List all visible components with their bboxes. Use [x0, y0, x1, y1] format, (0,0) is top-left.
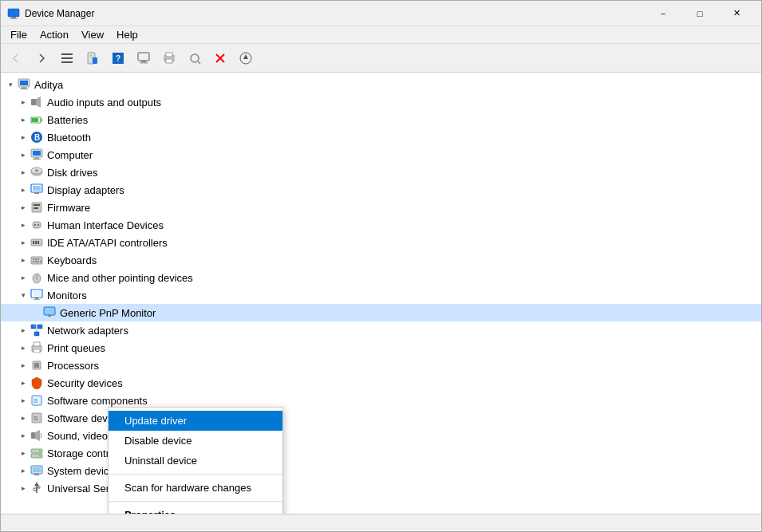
tree-item-firmware[interactable]: Firmware: [1, 199, 761, 216]
svg-point-48: [34, 224, 36, 226]
tree-item-generic_monitor[interactable]: Generic PnP Monitor: [1, 304, 761, 321]
tree-item-ide[interactable]: IDE ATA/ATAPI controllers: [1, 234, 761, 251]
context-menu-item-properties[interactable]: Properties: [109, 505, 282, 514]
toggle-display[interactable]: [17, 181, 30, 199]
tree-item-monitors[interactable]: Monitors: [1, 286, 761, 304]
svg-rect-56: [35, 258, 37, 260]
toggle-mice[interactable]: [17, 269, 30, 286]
tree-item-computer[interactable]: Computer: [1, 146, 761, 164]
back-button[interactable]: [4, 47, 28, 69]
title-bar: Device Manager − □ ✕: [1, 1, 761, 26]
toggle-sound[interactable]: [17, 427, 30, 444]
tree-item-processors[interactable]: Processors: [1, 357, 761, 374]
context-menu-item-update_driver[interactable]: Update driver: [109, 411, 282, 431]
icon-network: [30, 323, 44, 337]
tree-item-bluetooth[interactable]: BBluetooth: [1, 128, 761, 146]
tree-item-mice[interactable]: Mice and other pointing devices: [1, 269, 761, 286]
context-menu-item-disable_device[interactable]: Disable device: [109, 431, 282, 451]
context-menu-item-uninstall_device[interactable]: Uninstall device: [109, 451, 282, 471]
tree-item-network[interactable]: Network adapters: [1, 321, 761, 339]
remove-device-button[interactable]: [208, 47, 232, 69]
label-ide: IDE ATA/ATAPI controllers: [47, 237, 168, 249]
svg-rect-55: [33, 258, 34, 260]
svg-rect-59: [35, 261, 39, 262]
svg-rect-43: [34, 192, 39, 194]
svg-rect-71: [34, 332, 39, 336]
close-button[interactable]: ✕: [718, 1, 755, 26]
menu-help[interactable]: Help: [110, 26, 144, 44]
toggle-network[interactable]: [17, 321, 30, 339]
icon-sound: [30, 428, 44, 443]
properties-button[interactable]: ?: [81, 47, 105, 69]
tree-item-print[interactable]: Print queues: [1, 339, 761, 357]
toggle-monitors[interactable]: [17, 286, 30, 304]
view-button[interactable]: [55, 47, 79, 69]
menu-file[interactable]: File: [4, 26, 34, 44]
menu-action[interactable]: Action: [34, 26, 75, 44]
icon-computer: [30, 148, 44, 162]
print-button[interactable]: [157, 47, 181, 69]
label-aditya: Aditya: [34, 79, 63, 91]
network-view-button[interactable]: [132, 47, 156, 69]
toggle-processors[interactable]: [17, 357, 30, 374]
label-batteries: Batteries: [47, 114, 88, 126]
svg-marker-22: [243, 54, 248, 59]
toggle-ide[interactable]: [17, 234, 30, 251]
svg-point-88: [39, 455, 41, 457]
toggle-security[interactable]: [17, 374, 30, 392]
svg-rect-15: [166, 53, 172, 57]
icon-system: [30, 463, 44, 478]
svg-rect-5: [61, 61, 73, 63]
toggle-print[interactable]: [17, 339, 30, 357]
toggle-hid[interactable]: [17, 216, 30, 234]
scan-hardware-button[interactable]: [183, 47, 207, 69]
tree-item-security[interactable]: Security devices: [1, 374, 761, 392]
tree-item-keyboards[interactable]: Keyboards: [1, 251, 761, 269]
toggle-audio[interactable]: [17, 93, 30, 111]
toggle-computer[interactable]: [17, 146, 30, 164]
context-menu-item-scan_changes[interactable]: Scan for hardware changes: [109, 478, 282, 498]
svg-rect-90: [33, 467, 41, 472]
tree-item-aditya[interactable]: Aditya: [1, 76, 761, 93]
icon-print: [30, 341, 44, 355]
minimize-button[interactable]: −: [645, 1, 681, 26]
toggle-firmware[interactable]: [17, 199, 30, 216]
update-driver-button[interactable]: [234, 47, 258, 69]
menu-view[interactable]: View: [75, 26, 110, 44]
tree-item-batteries[interactable]: Batteries: [1, 111, 761, 128]
forward-button[interactable]: [30, 47, 53, 69]
svg-rect-68: [48, 315, 51, 317]
toolbar: ? ?: [1, 44, 761, 73]
icon-keyboards: [30, 253, 44, 267]
toggle-storage[interactable]: [17, 444, 30, 462]
label-security: Security devices: [47, 377, 123, 389]
help-icon-button[interactable]: ?: [106, 47, 130, 69]
svg-rect-91: [34, 474, 39, 475]
icon-software1: S: [30, 393, 44, 408]
svg-rect-57: [38, 258, 39, 260]
tree-item-audio[interactable]: Audio inputs and outputs: [1, 93, 761, 111]
window-title: Device Manager: [25, 8, 645, 19]
app-icon: [7, 7, 20, 20]
tree-item-disk[interactable]: Disk drives: [1, 164, 761, 181]
svg-rect-60: [40, 261, 41, 262]
svg-rect-52: [35, 241, 37, 244]
toggle-bluetooth[interactable]: [17, 128, 30, 146]
toggle-usb[interactable]: [17, 479, 30, 497]
toggle-aditya[interactable]: [4, 76, 17, 93]
maximize-button[interactable]: □: [681, 1, 718, 26]
status-bar: [1, 514, 761, 531]
icon-monitors: [30, 288, 44, 302]
toggle-disk[interactable]: [17, 164, 30, 181]
svg-rect-31: [32, 118, 38, 122]
toggle-software2[interactable]: [17, 409, 30, 427]
svg-point-49: [38, 224, 39, 226]
toggle-keyboards[interactable]: [17, 251, 30, 269]
label-mice: Mice and other pointing devices: [47, 272, 193, 284]
toggle-software1[interactable]: [17, 392, 30, 409]
toggle-batteries[interactable]: [17, 111, 30, 128]
tree-item-display[interactable]: Display adapters: [1, 181, 761, 199]
tree-item-hid[interactable]: Human Interface Devices: [1, 216, 761, 234]
svg-line-18: [198, 61, 200, 64]
toggle-system[interactable]: [17, 462, 30, 479]
